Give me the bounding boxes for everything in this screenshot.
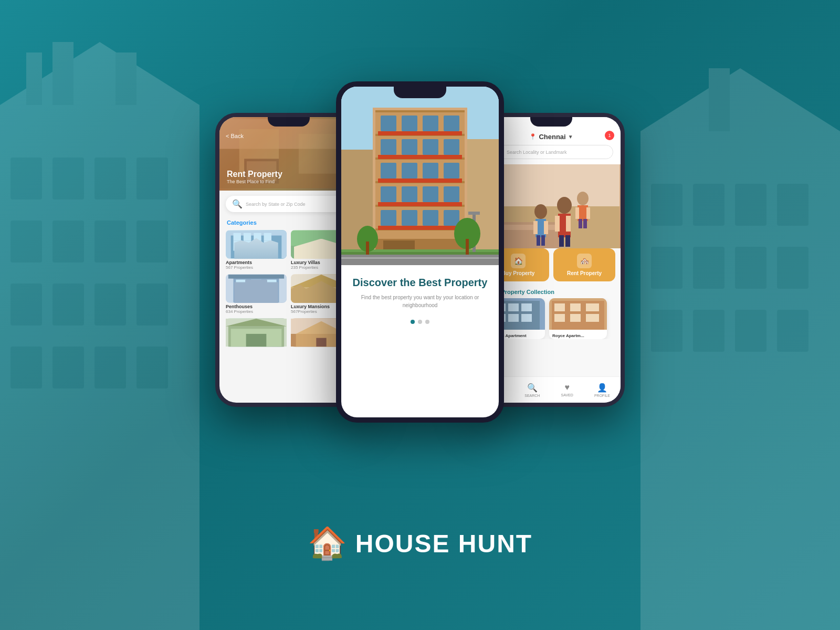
svg-rect-169 — [559, 235, 564, 247]
svg-rect-50 — [234, 233, 242, 241]
penthouses-count: 634 Properties — [226, 309, 287, 314]
back-button[interactable]: < Back — [226, 133, 244, 139]
left-search-bar[interactable]: 🔍 Search by State or Zip Code — [226, 196, 352, 212]
rent-title: Rent Property — [227, 170, 351, 179]
svg-rect-103 — [402, 116, 417, 131]
svg-rect-126 — [381, 186, 396, 202]
profile-nav-label: PROFILE — [594, 394, 610, 397]
svg-rect-102 — [381, 116, 396, 131]
dot-2[interactable] — [418, 320, 422, 324]
search-icon: 🔍 — [232, 199, 243, 209]
svg-rect-111 — [402, 139, 417, 155]
svg-rect-128 — [423, 186, 438, 202]
svg-rect-137 — [444, 210, 459, 226]
svg-rect-153 — [341, 257, 499, 259]
dot-3[interactable] — [425, 320, 429, 324]
location-pin-icon: 📍 — [529, 133, 537, 140]
svg-rect-129 — [444, 186, 459, 202]
svg-rect-59 — [316, 250, 326, 258]
center-content: Discover the Best Property Find the best… — [341, 265, 499, 334]
svg-rect-139 — [399, 226, 420, 230]
apartments-svg — [226, 230, 287, 259]
svg-rect-170 — [565, 235, 570, 247]
svg-rect-176 — [583, 219, 587, 228]
profile-nav-icon: 👤 — [597, 383, 607, 393]
extra1-image — [226, 318, 287, 347]
nav-saved[interactable]: ♥ SAVED — [561, 383, 573, 397]
nav-profile[interactable]: 👤 PROFILE — [594, 383, 610, 397]
svg-rect-138 — [378, 226, 399, 230]
svg-rect-110 — [381, 139, 396, 155]
phones-container: < Back Rent Property The Best Place to F… — [184, 71, 656, 501]
rent-subtitle: The Best Place to Find — [227, 179, 351, 184]
svg-rect-70 — [266, 292, 276, 302]
svg-rect-107 — [399, 131, 420, 135]
svg-rect-180 — [508, 303, 519, 311]
svg-rect-189 — [586, 303, 599, 311]
svg-rect-187 — [554, 303, 565, 311]
svg-rect-117 — [441, 155, 462, 159]
svg-rect-134 — [381, 210, 396, 226]
dot-1[interactable] — [411, 320, 415, 324]
right-search-bar[interactable]: 🔍 Search Locality or Landmark — [489, 145, 613, 159]
svg-rect-152 — [341, 255, 499, 265]
location-row: 📍 Chennai ▼ — [529, 133, 573, 141]
category-extra1[interactable] — [226, 318, 287, 347]
buy-icon: 🏠 — [511, 254, 526, 268]
svg-point-165 — [557, 197, 572, 214]
svg-rect-47 — [244, 240, 251, 250]
svg-rect-121 — [444, 163, 459, 178]
svg-rect-106 — [378, 131, 399, 135]
svg-rect-46 — [234, 240, 242, 250]
svg-rect-175 — [579, 219, 582, 228]
royce-image — [549, 298, 607, 330]
svg-rect-192 — [586, 314, 599, 322]
svg-rect-122 — [378, 178, 399, 183]
svg-rect-83 — [246, 334, 267, 346]
center-phone-notch — [394, 87, 446, 98]
category-apartments[interactable]: Apartments 567 Properties — [226, 230, 287, 270]
svg-rect-66 — [251, 280, 261, 290]
svg-rect-116 — [420, 155, 441, 159]
svg-rect-114 — [378, 155, 399, 159]
svg-rect-108 — [420, 131, 441, 135]
svg-rect-69 — [251, 292, 261, 302]
svg-rect-104 — [423, 116, 438, 131]
svg-rect-125 — [441, 178, 462, 183]
svg-point-171 — [577, 192, 589, 205]
extra1-svg — [226, 318, 287, 347]
search-nav-label: SEARCH — [524, 394, 540, 397]
svg-rect-65 — [236, 280, 246, 290]
svg-rect-168 — [566, 216, 571, 232]
svg-rect-151 — [366, 242, 369, 255]
discover-subtitle: Find the best property you want by your … — [352, 293, 488, 309]
penthouses-svg — [226, 274, 287, 303]
svg-rect-49 — [264, 240, 272, 250]
svg-rect-77 — [314, 291, 328, 302]
svg-rect-184 — [521, 314, 532, 322]
svg-rect-48 — [254, 240, 261, 250]
svg-rect-147 — [468, 212, 480, 215]
svg-rect-162 — [544, 221, 548, 234]
penthouses-image — [226, 274, 287, 303]
svg-rect-119 — [402, 163, 417, 178]
category-penthouses[interactable]: Penthouses 634 Properties — [226, 274, 287, 314]
nav-search[interactable]: 🔍 SEARCH — [524, 383, 540, 397]
svg-rect-161 — [533, 221, 538, 234]
saved-nav-label: SAVED — [561, 393, 573, 397]
property-royce[interactable]: Royce Apartm... — [549, 298, 607, 339]
svg-rect-183 — [508, 314, 519, 322]
royce-name: Royce Apartm... — [549, 331, 587, 339]
carousel-dots — [352, 320, 488, 324]
svg-rect-60 — [303, 248, 311, 255]
svg-rect-149 — [466, 239, 469, 255]
notification-badge[interactable]: 1 — [605, 131, 614, 140]
rent-property-button[interactable]: 🏘️ Rent Property — [553, 248, 615, 281]
apartments-image — [226, 230, 287, 259]
svg-rect-115 — [399, 155, 420, 159]
svg-rect-67 — [266, 280, 276, 290]
royce-svg — [549, 298, 607, 330]
brand-name: HOUSE HUNT — [355, 529, 532, 558]
svg-rect-163 — [537, 235, 540, 246]
svg-rect-113 — [444, 139, 459, 155]
